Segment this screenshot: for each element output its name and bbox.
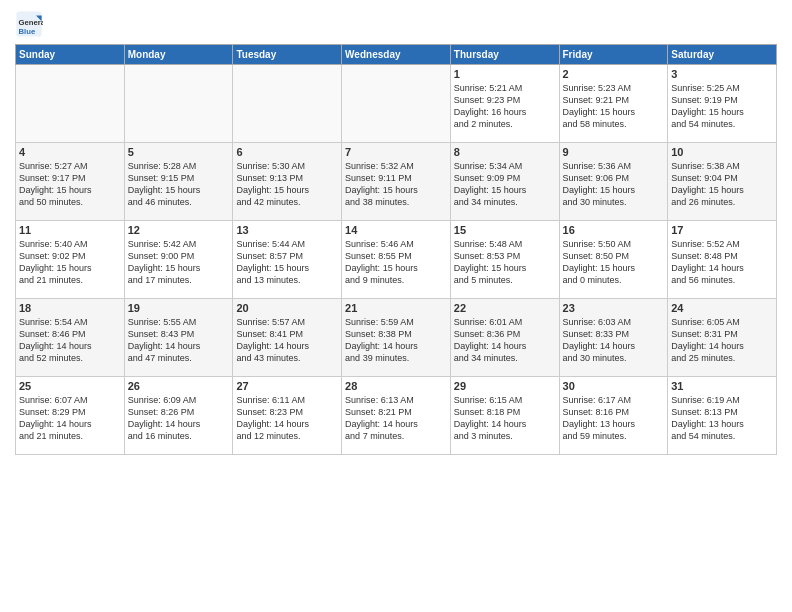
calendar-cell: 1Sunrise: 5:21 AMSunset: 9:23 PMDaylight… <box>450 65 559 143</box>
day-number: 6 <box>236 146 338 158</box>
week-row-1: 1Sunrise: 5:21 AMSunset: 9:23 PMDaylight… <box>16 65 777 143</box>
calendar-cell: 11Sunrise: 5:40 AMSunset: 9:02 PMDayligh… <box>16 221 125 299</box>
day-number: 13 <box>236 224 338 236</box>
calendar-cell: 13Sunrise: 5:44 AMSunset: 8:57 PMDayligh… <box>233 221 342 299</box>
calendar-cell <box>342 65 451 143</box>
day-number: 11 <box>19 224 121 236</box>
day-info: Sunrise: 5:55 AMSunset: 8:43 PMDaylight:… <box>128 316 230 365</box>
day-info: Sunrise: 6:07 AMSunset: 8:29 PMDaylight:… <box>19 394 121 443</box>
day-info: Sunrise: 5:52 AMSunset: 8:48 PMDaylight:… <box>671 238 773 287</box>
week-row-5: 25Sunrise: 6:07 AMSunset: 8:29 PMDayligh… <box>16 377 777 455</box>
day-info: Sunrise: 6:19 AMSunset: 8:13 PMDaylight:… <box>671 394 773 443</box>
calendar-cell: 20Sunrise: 5:57 AMSunset: 8:41 PMDayligh… <box>233 299 342 377</box>
day-info: Sunrise: 5:40 AMSunset: 9:02 PMDaylight:… <box>19 238 121 287</box>
day-number: 22 <box>454 302 556 314</box>
svg-text:Blue: Blue <box>19 27 36 36</box>
calendar-cell <box>16 65 125 143</box>
day-info: Sunrise: 6:13 AMSunset: 8:21 PMDaylight:… <box>345 394 447 443</box>
calendar-cell: 29Sunrise: 6:15 AMSunset: 8:18 PMDayligh… <box>450 377 559 455</box>
day-info: Sunrise: 5:48 AMSunset: 8:53 PMDaylight:… <box>454 238 556 287</box>
day-info: Sunrise: 5:28 AMSunset: 9:15 PMDaylight:… <box>128 160 230 209</box>
day-number: 25 <box>19 380 121 392</box>
calendar-cell: 5Sunrise: 5:28 AMSunset: 9:15 PMDaylight… <box>124 143 233 221</box>
calendar-cell: 16Sunrise: 5:50 AMSunset: 8:50 PMDayligh… <box>559 221 668 299</box>
day-info: Sunrise: 5:34 AMSunset: 9:09 PMDaylight:… <box>454 160 556 209</box>
day-number: 20 <box>236 302 338 314</box>
day-number: 8 <box>454 146 556 158</box>
weekday-header-wednesday: Wednesday <box>342 45 451 65</box>
day-info: Sunrise: 6:09 AMSunset: 8:26 PMDaylight:… <box>128 394 230 443</box>
day-number: 4 <box>19 146 121 158</box>
calendar-cell: 15Sunrise: 5:48 AMSunset: 8:53 PMDayligh… <box>450 221 559 299</box>
calendar-cell: 9Sunrise: 5:36 AMSunset: 9:06 PMDaylight… <box>559 143 668 221</box>
header: General Blue <box>15 10 777 38</box>
day-number: 5 <box>128 146 230 158</box>
calendar-cell: 7Sunrise: 5:32 AMSunset: 9:11 PMDaylight… <box>342 143 451 221</box>
svg-text:General: General <box>19 18 44 27</box>
day-info: Sunrise: 5:57 AMSunset: 8:41 PMDaylight:… <box>236 316 338 365</box>
day-number: 30 <box>563 380 665 392</box>
calendar-cell: 6Sunrise: 5:30 AMSunset: 9:13 PMDaylight… <box>233 143 342 221</box>
day-number: 1 <box>454 68 556 80</box>
calendar-cell: 28Sunrise: 6:13 AMSunset: 8:21 PMDayligh… <box>342 377 451 455</box>
calendar-cell: 24Sunrise: 6:05 AMSunset: 8:31 PMDayligh… <box>668 299 777 377</box>
day-info: Sunrise: 5:27 AMSunset: 9:17 PMDaylight:… <box>19 160 121 209</box>
calendar-cell: 30Sunrise: 6:17 AMSunset: 8:16 PMDayligh… <box>559 377 668 455</box>
week-row-4: 18Sunrise: 5:54 AMSunset: 8:46 PMDayligh… <box>16 299 777 377</box>
calendar-cell: 10Sunrise: 5:38 AMSunset: 9:04 PMDayligh… <box>668 143 777 221</box>
day-info: Sunrise: 5:23 AMSunset: 9:21 PMDaylight:… <box>563 82 665 131</box>
calendar-cell: 14Sunrise: 5:46 AMSunset: 8:55 PMDayligh… <box>342 221 451 299</box>
day-info: Sunrise: 5:42 AMSunset: 9:00 PMDaylight:… <box>128 238 230 287</box>
weekday-header-friday: Friday <box>559 45 668 65</box>
day-number: 27 <box>236 380 338 392</box>
calendar-cell: 2Sunrise: 5:23 AMSunset: 9:21 PMDaylight… <box>559 65 668 143</box>
day-info: Sunrise: 5:25 AMSunset: 9:19 PMDaylight:… <box>671 82 773 131</box>
calendar: SundayMondayTuesdayWednesdayThursdayFrid… <box>15 44 777 455</box>
day-info: Sunrise: 6:01 AMSunset: 8:36 PMDaylight:… <box>454 316 556 365</box>
day-info: Sunrise: 5:54 AMSunset: 8:46 PMDaylight:… <box>19 316 121 365</box>
calendar-cell: 31Sunrise: 6:19 AMSunset: 8:13 PMDayligh… <box>668 377 777 455</box>
day-number: 24 <box>671 302 773 314</box>
logo-icon: General Blue <box>15 10 43 38</box>
day-info: Sunrise: 5:44 AMSunset: 8:57 PMDaylight:… <box>236 238 338 287</box>
weekday-header-tuesday: Tuesday <box>233 45 342 65</box>
calendar-cell: 25Sunrise: 6:07 AMSunset: 8:29 PMDayligh… <box>16 377 125 455</box>
calendar-cell <box>124 65 233 143</box>
day-number: 14 <box>345 224 447 236</box>
day-number: 26 <box>128 380 230 392</box>
day-number: 21 <box>345 302 447 314</box>
week-row-2: 4Sunrise: 5:27 AMSunset: 9:17 PMDaylight… <box>16 143 777 221</box>
day-info: Sunrise: 6:03 AMSunset: 8:33 PMDaylight:… <box>563 316 665 365</box>
day-info: Sunrise: 5:50 AMSunset: 8:50 PMDaylight:… <box>563 238 665 287</box>
week-row-3: 11Sunrise: 5:40 AMSunset: 9:02 PMDayligh… <box>16 221 777 299</box>
day-info: Sunrise: 6:15 AMSunset: 8:18 PMDaylight:… <box>454 394 556 443</box>
day-number: 29 <box>454 380 556 392</box>
day-number: 23 <box>563 302 665 314</box>
day-info: Sunrise: 5:32 AMSunset: 9:11 PMDaylight:… <box>345 160 447 209</box>
calendar-cell: 21Sunrise: 5:59 AMSunset: 8:38 PMDayligh… <box>342 299 451 377</box>
day-number: 12 <box>128 224 230 236</box>
day-info: Sunrise: 5:38 AMSunset: 9:04 PMDaylight:… <box>671 160 773 209</box>
day-number: 18 <box>19 302 121 314</box>
page: General Blue SundayMondayTuesdayWednesda… <box>0 0 792 612</box>
day-number: 15 <box>454 224 556 236</box>
day-info: Sunrise: 5:36 AMSunset: 9:06 PMDaylight:… <box>563 160 665 209</box>
day-info: Sunrise: 5:46 AMSunset: 8:55 PMDaylight:… <box>345 238 447 287</box>
day-info: Sunrise: 5:30 AMSunset: 9:13 PMDaylight:… <box>236 160 338 209</box>
calendar-cell: 8Sunrise: 5:34 AMSunset: 9:09 PMDaylight… <box>450 143 559 221</box>
weekday-header-row: SundayMondayTuesdayWednesdayThursdayFrid… <box>16 45 777 65</box>
weekday-header-sunday: Sunday <box>16 45 125 65</box>
day-number: 9 <box>563 146 665 158</box>
calendar-cell: 26Sunrise: 6:09 AMSunset: 8:26 PMDayligh… <box>124 377 233 455</box>
calendar-cell: 27Sunrise: 6:11 AMSunset: 8:23 PMDayligh… <box>233 377 342 455</box>
calendar-cell: 22Sunrise: 6:01 AMSunset: 8:36 PMDayligh… <box>450 299 559 377</box>
calendar-cell: 18Sunrise: 5:54 AMSunset: 8:46 PMDayligh… <box>16 299 125 377</box>
weekday-header-monday: Monday <box>124 45 233 65</box>
day-number: 10 <box>671 146 773 158</box>
day-number: 19 <box>128 302 230 314</box>
day-number: 17 <box>671 224 773 236</box>
calendar-cell: 17Sunrise: 5:52 AMSunset: 8:48 PMDayligh… <box>668 221 777 299</box>
weekday-header-thursday: Thursday <box>450 45 559 65</box>
calendar-cell: 3Sunrise: 5:25 AMSunset: 9:19 PMDaylight… <box>668 65 777 143</box>
day-info: Sunrise: 5:21 AMSunset: 9:23 PMDaylight:… <box>454 82 556 131</box>
